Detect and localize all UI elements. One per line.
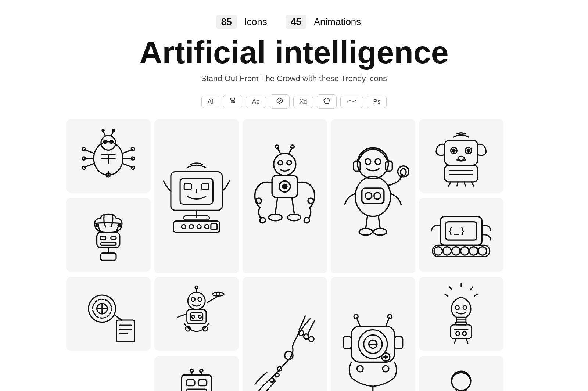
svg-point-175: [463, 306, 467, 309]
tool-badges-row: Ai Ae Xd Ps: [201, 94, 387, 109]
icon-card-mic-robot[interactable]: [331, 119, 415, 273]
svg-rect-31: [101, 243, 116, 245]
svg-line-62: [207, 296, 218, 303]
svg-point-161: [434, 247, 442, 255]
svg-line-21: [123, 164, 133, 168]
tool-ae[interactable]: Ae: [246, 96, 266, 108]
svg-point-103: [256, 198, 262, 204]
svg-rect-33: [101, 253, 116, 261]
icon-card-tank-robot[interactable]: { _ }: [419, 198, 503, 272]
svg-point-110: [270, 378, 274, 382]
icon-card-face-analyze[interactable]: [66, 277, 151, 351]
svg-point-183: [452, 372, 471, 391]
svg-point-88: [278, 161, 283, 165]
svg-point-97: [260, 217, 265, 223]
svg-point-58: [189, 225, 193, 229]
svg-marker-2: [324, 98, 330, 104]
svg-point-165: [470, 247, 478, 255]
svg-point-16: [82, 166, 86, 170]
tool-motion[interactable]: [340, 96, 363, 108]
svg-point-67: [198, 298, 202, 301]
svg-point-138: [354, 314, 358, 318]
svg-line-74: [178, 314, 187, 317]
svg-line-156: [472, 182, 474, 186]
svg-point-81: [200, 369, 203, 372]
svg-point-59: [197, 225, 201, 229]
icon-card-camera-robot[interactable]: [331, 277, 415, 391]
svg-line-100: [292, 197, 294, 213]
svg-rect-177: [451, 325, 472, 338]
svg-rect-128: [395, 336, 403, 349]
svg-point-117: [355, 176, 391, 216]
svg-point-91: [275, 145, 279, 148]
svg-line-171: [445, 294, 448, 296]
tool-sketch[interactable]: [317, 94, 337, 109]
svg-rect-82: [186, 380, 195, 385]
svg-point-79: [190, 369, 193, 372]
svg-point-10: [112, 129, 115, 132]
tool-ai[interactable]: Ai: [201, 96, 219, 108]
svg-point-106: [304, 334, 309, 339]
svg-point-93: [291, 145, 294, 148]
svg-point-180: [463, 332, 466, 336]
icon-grid: { _ }: [66, 119, 522, 391]
icon-card-waiter-robot[interactable]: [154, 277, 239, 351]
icon-card-dog-robot[interactable]: [419, 119, 503, 193]
svg-point-22: [131, 166, 135, 170]
svg-rect-122: [401, 169, 406, 175]
svg-line-124: [379, 216, 380, 228]
icon-card-extra[interactable]: [419, 356, 503, 391]
svg-line-181: [455, 338, 456, 343]
svg-rect-52: [202, 183, 209, 190]
svg-line-99: [275, 197, 277, 213]
tool-blender[interactable]: [270, 94, 290, 109]
svg-rect-84: [186, 390, 207, 391]
svg-point-65: [188, 292, 205, 309]
svg-point-35: [96, 224, 99, 227]
svg-line-123: [366, 216, 368, 228]
svg-point-126: [374, 229, 387, 235]
svg-point-147: [453, 150, 455, 152]
svg-point-125: [359, 229, 372, 235]
page-title: Artificial intelligence: [139, 36, 448, 69]
svg-point-66: [191, 298, 195, 301]
svg-rect-30: [111, 237, 116, 240]
icon-card-handshake-robot[interactable]: [243, 277, 327, 391]
svg-point-8: [102, 129, 104, 132]
svg-rect-150: [445, 165, 478, 182]
icon-card-bulb-robot[interactable]: [419, 277, 503, 351]
icon-card-arm-robot[interactable]: [243, 119, 327, 273]
svg-point-112: [358, 148, 388, 179]
tool-ps[interactable]: Ps: [367, 96, 387, 108]
svg-point-72: [192, 315, 195, 318]
svg-point-73: [198, 315, 201, 318]
svg-point-141: [357, 366, 363, 372]
svg-point-1: [279, 100, 280, 102]
svg-point-64: [216, 292, 220, 296]
icon-card-mini-robot[interactable]: [154, 356, 239, 391]
svg-point-116: [375, 159, 381, 164]
icon-card-circuit-bug[interactable]: [66, 119, 151, 193]
svg-point-89: [287, 161, 291, 165]
icon-count-label: Icons: [244, 16, 267, 28]
tool-figma[interactable]: [223, 95, 242, 108]
svg-point-162: [443, 247, 451, 255]
svg-rect-61: [211, 223, 217, 230]
svg-point-102: [288, 214, 301, 220]
svg-rect-83: [198, 380, 207, 385]
tool-xd[interactable]: Xd: [293, 96, 313, 108]
svg-line-15: [85, 164, 94, 168]
svg-point-149: [458, 157, 465, 161]
page-subtitle: Stand Out From The Crowd with these Tren…: [201, 74, 387, 83]
svg-line-182: [466, 338, 468, 343]
svg-point-166: [478, 247, 487, 255]
icon-card-brain-robot[interactable]: [66, 198, 151, 272]
svg-point-96: [283, 184, 287, 189]
svg-point-12: [82, 148, 86, 151]
header-stats: 85 Icons 45 Animations: [216, 15, 372, 29]
icon-card-monitor-robot[interactable]: [154, 119, 239, 273]
svg-rect-29: [101, 237, 106, 240]
svg-point-174: [455, 306, 459, 309]
svg-line-17: [123, 150, 133, 153]
svg-point-115: [365, 159, 371, 164]
